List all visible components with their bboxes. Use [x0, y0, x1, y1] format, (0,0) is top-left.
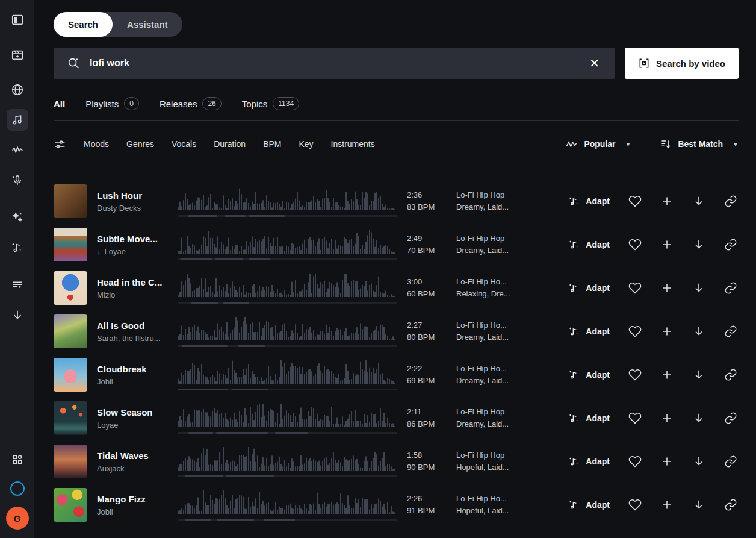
track-title[interactable]: Tidal Waves — [97, 451, 178, 461]
download-icon[interactable] — [691, 280, 707, 296]
like-heart-icon[interactable] — [627, 367, 643, 383]
track-title[interactable]: Cloudbreak — [97, 364, 178, 374]
copy-link-icon[interactable] — [723, 454, 739, 469]
genre-tag[interactable]: Lo-Fi Hip Ho... — [456, 494, 507, 503]
mood-tags[interactable]: Hopeful, Laid... — [456, 463, 509, 472]
result-tab-releases[interactable]: Releases26 — [160, 97, 222, 110]
sort-best-match-dropdown[interactable]: Best Match ▼ — [660, 139, 739, 149]
downloads-icon[interactable] — [7, 304, 28, 326]
result-tab-playlists[interactable]: Playlists0 — [85, 97, 139, 110]
mood-tags[interactable]: Dreamy, Laid... — [456, 246, 509, 255]
filter-bpm[interactable]: BPM — [263, 139, 281, 149]
track-artist[interactable]: ↓ Jobii — [97, 377, 178, 386]
mood-tags[interactable]: Dreamy, Laid... — [456, 202, 509, 211]
clear-search-icon[interactable]: ✕ — [584, 55, 604, 72]
waveform[interactable] — [178, 446, 397, 477]
copy-link-icon[interactable] — [723, 280, 739, 296]
mood-tags[interactable]: Dreamy, Laid... — [456, 376, 509, 385]
album-art[interactable] — [54, 358, 87, 392]
track-title[interactable]: Slow Season — [97, 407, 178, 418]
filter-moods[interactable]: Moods — [84, 139, 109, 149]
download-icon[interactable] — [691, 367, 707, 383]
genre-tag[interactable]: Lo-Fi Hip Hop — [456, 451, 504, 460]
add-to-playlist-icon[interactable] — [659, 237, 675, 252]
copy-link-icon[interactable] — [723, 367, 739, 383]
mood-tags[interactable]: Dreamy, Laid... — [456, 419, 509, 428]
like-heart-icon[interactable] — [627, 324, 643, 339]
apps-grid-icon[interactable] — [7, 449, 28, 471]
like-heart-icon[interactable] — [627, 410, 643, 426]
search-input[interactable] — [90, 58, 584, 69]
waveform[interactable] — [178, 490, 397, 521]
track-artist[interactable]: ↓ Dusty Decks — [97, 204, 178, 213]
album-art[interactable] — [54, 314, 87, 348]
mood-tags[interactable]: Dreamy, Laid... — [456, 333, 509, 342]
genre-tag[interactable]: Lo-Fi Hip Ho... — [456, 277, 507, 286]
copy-link-icon[interactable] — [723, 410, 739, 426]
track-title[interactable]: All Is Good — [97, 321, 178, 331]
ai-sparkles-icon[interactable] — [7, 207, 28, 228]
filter-genres[interactable]: Genres — [126, 139, 154, 149]
track-title[interactable]: Lush Hour — [97, 190, 178, 201]
waveform[interactable] — [178, 273, 397, 304]
waveform[interactable] — [178, 403, 397, 434]
add-to-playlist-icon[interactable] — [659, 454, 675, 469]
track-artist[interactable]: ↓ Loyae — [97, 247, 178, 256]
mood-tags[interactable]: Relaxing, Dre... — [456, 289, 510, 298]
like-heart-icon[interactable] — [627, 497, 643, 513]
track-artist[interactable]: ↓ Mizlo — [97, 290, 178, 299]
adapt-button[interactable]: Adapt — [567, 323, 611, 340]
genre-tag[interactable]: Lo-Fi Hip Hop — [456, 234, 504, 243]
track-artist[interactable]: ↓ Loyae — [97, 421, 178, 430]
album-art[interactable] — [54, 445, 87, 478]
like-heart-icon[interactable] — [627, 237, 643, 252]
mood-tags[interactable]: Hopeful, Laid... — [456, 506, 509, 515]
like-heart-icon[interactable] — [627, 280, 643, 296]
album-art[interactable] — [54, 488, 87, 522]
download-icon[interactable] — [691, 237, 707, 252]
add-to-playlist-icon[interactable] — [659, 193, 675, 209]
adapt-button[interactable]: Adapt — [567, 410, 611, 427]
result-tab-all[interactable]: All — [54, 99, 65, 109]
filter-instruments[interactable]: Instruments — [331, 139, 375, 149]
adapt-button[interactable]: Adapt — [567, 193, 611, 210]
adapt-button[interactable]: Adapt — [567, 280, 611, 296]
track-artist[interactable]: ↓ Auxjack — [97, 464, 178, 473]
sound-effects-icon[interactable] — [7, 139, 28, 161]
track-artist[interactable]: ↓ Sarah, the Illstru... — [97, 334, 178, 343]
adapt-button[interactable]: Adapt — [567, 236, 611, 253]
album-art[interactable] — [54, 184, 87, 218]
add-to-playlist-icon[interactable] — [659, 324, 675, 339]
status-ring[interactable] — [10, 481, 25, 496]
track-title[interactable]: Mango Fizz — [97, 494, 178, 504]
copy-link-icon[interactable] — [723, 497, 739, 513]
filter-key[interactable]: Key — [299, 139, 313, 149]
tab-search[interactable]: Search — [54, 12, 113, 37]
track-title[interactable]: Head in the C... — [97, 277, 178, 287]
download-icon[interactable] — [691, 410, 707, 426]
add-to-playlist-icon[interactable] — [659, 410, 675, 426]
genre-tag[interactable]: Lo-Fi Hip Ho... — [456, 321, 507, 330]
like-heart-icon[interactable] — [627, 454, 643, 469]
adapt-button[interactable]: Adapt — [567, 366, 611, 383]
download-icon[interactable] — [691, 324, 707, 339]
music-icon[interactable] — [7, 109, 28, 131]
like-heart-icon[interactable] — [627, 193, 643, 209]
adapt-note-icon[interactable] — [7, 237, 28, 258]
search-bar[interactable]: ✕ — [54, 48, 615, 79]
genre-tag[interactable]: Lo-Fi Hip Ho... — [456, 364, 507, 373]
copy-link-icon[interactable] — [723, 237, 739, 252]
album-art[interactable] — [54, 271, 87, 305]
add-to-playlist-icon[interactable] — [659, 280, 675, 296]
avatar[interactable]: G — [6, 507, 29, 530]
album-art[interactable] — [54, 401, 87, 435]
track-title[interactable]: Subtle Move... — [97, 234, 178, 244]
waveform[interactable] — [178, 186, 397, 217]
add-to-playlist-icon[interactable] — [659, 497, 675, 513]
copy-link-icon[interactable] — [723, 324, 739, 339]
copy-link-icon[interactable] — [723, 193, 739, 209]
add-to-playlist-icon[interactable] — [659, 367, 675, 383]
adapt-button[interactable]: Adapt — [567, 453, 611, 470]
result-tab-topics[interactable]: Topics1134 — [242, 97, 299, 110]
globe-browse-icon[interactable] — [7, 79, 28, 101]
